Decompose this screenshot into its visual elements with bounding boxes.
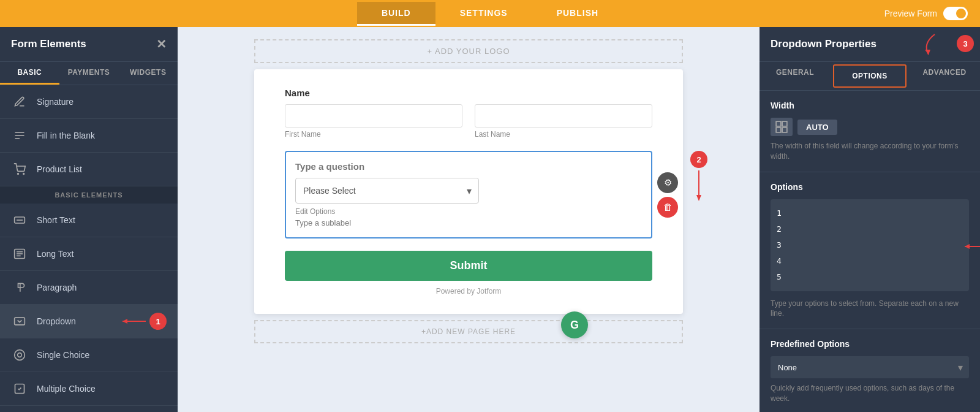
tab-build[interactable]: BUILD bbox=[357, 2, 435, 26]
close-icon[interactable]: ✕ bbox=[156, 37, 167, 52]
sidebar-item-signature[interactable]: Signature bbox=[0, 85, 178, 119]
svg-rect-22 bbox=[776, 128, 781, 132]
nav-tabs: BUILD SETTINGS PUBLISH bbox=[357, 2, 623, 26]
svg-marker-13 bbox=[123, 319, 127, 324]
first-name-field: First Name bbox=[285, 104, 462, 139]
auto-label: AUTO bbox=[797, 120, 837, 135]
sidebar-item-product-list[interactable]: Product List bbox=[0, 153, 178, 186]
first-name-input[interactable] bbox=[285, 104, 462, 128]
add-page-bar[interactable]: +ADD NEW PAGE HERE bbox=[254, 320, 683, 343]
preview-area: Preview Form bbox=[884, 7, 968, 20]
checkbox-icon bbox=[11, 380, 28, 397]
dropdown-icon bbox=[11, 313, 28, 330]
options-helper-text: Type your options to select from. Separa… bbox=[771, 299, 969, 319]
width-section: Width AUTO The width of this field will … bbox=[760, 91, 980, 172]
main-layout: Form Elements ✕ BASIC PAYMENTS WIDGETS S… bbox=[0, 27, 980, 412]
options-section-title: Options bbox=[771, 182, 969, 192]
sidebar-item-short-text[interactable]: Short Text bbox=[0, 204, 178, 237]
please-select-dropdown[interactable]: Please Select bbox=[295, 178, 479, 204]
arrow-left-icon bbox=[115, 316, 146, 326]
sidebar-item-fill-blank[interactable]: Fill in the Blank bbox=[0, 119, 178, 153]
options-textarea[interactable]: 1 2 3 4 5 bbox=[771, 199, 969, 291]
svg-rect-23 bbox=[782, 128, 787, 132]
annotation-3-arrow bbox=[916, 31, 953, 56]
predefined-section: Predefined Options None ▾ Quickly add fr… bbox=[760, 329, 980, 412]
grid-icon[interactable] bbox=[771, 118, 793, 136]
tab-widgets[interactable]: WIDGETS bbox=[118, 62, 178, 85]
right-sidebar-tabs: GENERAL OPTIONS ADVANCED bbox=[760, 62, 980, 91]
cart-icon bbox=[11, 161, 28, 178]
annotation-4-arrow bbox=[959, 242, 980, 251]
tab-general[interactable]: GENERAL bbox=[760, 62, 831, 90]
dropdown-question-wrapper: Please Select ▾ Edit Options ⚙ 🗑 2 bbox=[285, 151, 652, 238]
pen-icon bbox=[11, 93, 28, 110]
tab-publish[interactable]: PUBLISH bbox=[532, 2, 623, 26]
predefined-title: Predefined Options bbox=[771, 339, 969, 349]
first-name-label: First Name bbox=[285, 130, 462, 139]
tab-basic[interactable]: BASIC bbox=[0, 62, 59, 85]
block-actions: ⚙ 🗑 bbox=[657, 172, 678, 218]
radio-icon bbox=[11, 346, 28, 364]
sidebar-item-label: Single Choice bbox=[37, 350, 89, 360]
tab-payments[interactable]: PAYMENTS bbox=[59, 62, 119, 85]
sidebar-item-label: Long Text bbox=[37, 249, 74, 259]
svg-point-14 bbox=[15, 350, 25, 360]
svg-point-15 bbox=[18, 353, 22, 357]
settings-action-button[interactable]: ⚙ bbox=[657, 172, 678, 193]
right-sidebar: Dropdown Properties ✕ GENERAL OPTIONS AD… bbox=[760, 27, 980, 412]
sublabel-input[interactable] bbox=[295, 218, 642, 227]
annotation-4-wrapper: 4 bbox=[959, 238, 980, 255]
preview-toggle[interactable] bbox=[943, 7, 968, 20]
sidebar-item-long-text[interactable]: Long Text bbox=[0, 237, 178, 271]
submit-button[interactable]: Submit bbox=[285, 251, 652, 281]
left-sidebar: Form Elements ✕ BASIC PAYMENTS WIDGETS S… bbox=[0, 27, 178, 412]
annotation-2-badge: 2 bbox=[690, 151, 707, 168]
right-tabs-wrapper: GENERAL OPTIONS ADVANCED 3 bbox=[760, 62, 980, 91]
sidebar-item-dropdown[interactable]: Dropdown 1 bbox=[0, 305, 178, 338]
annotation-2-arrow bbox=[693, 170, 705, 201]
sidebar-item-label: Fill in the Blank bbox=[37, 131, 95, 140]
sidebar-item-multiple-choice[interactable]: Multiple Choice bbox=[0, 372, 178, 406]
last-name-field: Last Name bbox=[475, 104, 652, 139]
sidebar-item-paragraph[interactable]: Paragraph bbox=[0, 271, 178, 305]
add-logo-bar[interactable]: + ADD YOUR LOGO bbox=[254, 39, 683, 63]
width-helper-text: The width of this field will change acco… bbox=[771, 141, 969, 162]
short-text-icon bbox=[11, 212, 28, 229]
sidebar-tabs: BASIC PAYMENTS WIDGETS bbox=[0, 62, 178, 85]
svg-rect-21 bbox=[782, 121, 787, 126]
tab-options[interactable]: OPTIONS bbox=[833, 64, 907, 88]
annotation-3-badge: 3 bbox=[957, 35, 974, 52]
svg-marker-25 bbox=[965, 244, 970, 249]
width-control: AUTO bbox=[771, 118, 969, 136]
grammarly-button[interactable]: G bbox=[561, 311, 588, 338]
name-field-group: Name First Name Last Name bbox=[285, 88, 652, 139]
preview-label: Preview Form bbox=[884, 9, 937, 18]
name-fields: First Name Last Name bbox=[285, 104, 652, 139]
edit-options-link[interactable]: Edit Options bbox=[295, 207, 642, 216]
tab-advanced[interactable]: ADVANCED bbox=[909, 62, 980, 90]
last-name-label: Last Name bbox=[475, 130, 652, 139]
annotation-1-badge: 1 bbox=[149, 313, 167, 330]
name-label: Name bbox=[285, 88, 652, 98]
delete-action-button[interactable]: 🗑 bbox=[657, 197, 678, 218]
question-text-input[interactable] bbox=[295, 161, 642, 172]
top-navigation: BUILD SETTINGS PUBLISH Preview Form bbox=[0, 0, 980, 27]
sidebar-header: Form Elements ✕ bbox=[0, 27, 178, 62]
svg-point-4 bbox=[23, 174, 24, 175]
tab-settings[interactable]: SETTINGS bbox=[435, 2, 532, 26]
sidebar-items-list: Signature Fill in the Blank Product List… bbox=[0, 85, 178, 412]
svg-marker-18 bbox=[696, 195, 701, 201]
predefined-select-wrapper: None ▾ bbox=[771, 356, 969, 378]
options-textarea-wrapper: 1 2 3 4 5 4 bbox=[771, 199, 969, 294]
sidebar-item-single-choice[interactable]: Single Choice bbox=[0, 338, 178, 372]
basic-elements-label: BASIC ELEMENTS bbox=[0, 186, 178, 204]
paragraph-icon bbox=[11, 279, 28, 296]
sidebar-item-label: Dropdown bbox=[37, 316, 76, 326]
dropdown-question-block: Please Select ▾ Edit Options bbox=[285, 151, 652, 238]
sidebar-title: Form Elements bbox=[11, 38, 86, 50]
powered-by-label: Powered by Jotform bbox=[285, 287, 652, 296]
last-name-input[interactable] bbox=[475, 104, 652, 128]
form-canvas: + ADD YOUR LOGO Name First Name Last Nam… bbox=[178, 27, 760, 412]
svg-rect-20 bbox=[776, 121, 781, 126]
predefined-select[interactable]: None bbox=[771, 356, 969, 378]
